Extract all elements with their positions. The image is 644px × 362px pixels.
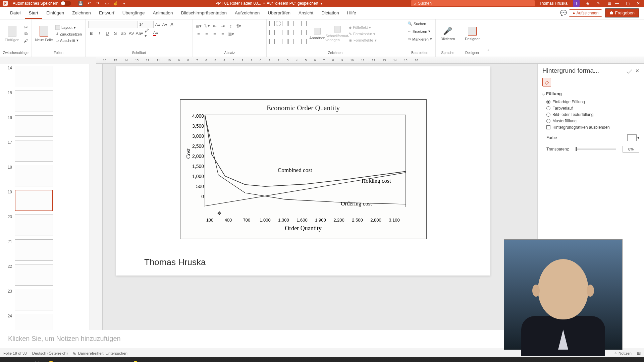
- thumb-15[interactable]: 15: [5, 90, 84, 112]
- shapeeffects-button[interactable]: ◉ Formeffekte ▾: [348, 38, 377, 43]
- collapse-ribbon-icon[interactable]: ˄: [484, 48, 492, 57]
- case-icon[interactable]: Aa▾: [137, 30, 143, 36]
- tab-animation[interactable]: Animation: [149, 7, 177, 19]
- reset-button[interactable]: ↺Zurücksetzen: [55, 31, 83, 37]
- task-app-4[interactable]: ◧: [185, 358, 199, 362]
- section-button[interactable]: ▭Abschnitt ▾: [55, 38, 83, 43]
- thumb-23[interactable]: 23: [5, 289, 84, 310]
- cut-icon[interactable]: ✂: [23, 24, 29, 30]
- linespace-icon[interactable]: ↕: [228, 23, 234, 29]
- tab-überprüfen[interactable]: Überprüfen: [264, 7, 294, 19]
- search-input[interactable]: [418, 1, 532, 6]
- task-telegram[interactable]: ✈: [171, 358, 184, 362]
- task-firefox[interactable]: 🦊: [30, 358, 44, 362]
- record-button[interactable]: ●Aufzeichnen: [569, 9, 602, 17]
- task-chrome[interactable]: 🟡: [44, 358, 58, 362]
- task-app-2[interactable]: ▦: [115, 358, 128, 362]
- language-status[interactable]: Deutsch (Österreich): [32, 351, 68, 355]
- strike-icon[interactable]: S: [112, 30, 118, 36]
- shrink-font-icon[interactable]: A▾: [162, 21, 168, 27]
- tab-einfügen[interactable]: Einfügen: [42, 7, 68, 19]
- replace-button[interactable]: ↔ Ersetzen ▾: [407, 28, 433, 34]
- task-obs[interactable]: ◎: [199, 358, 213, 362]
- opt-hide-bg[interactable]: Hintergrundgrafiken ausblenden: [546, 125, 639, 130]
- dictate-button[interactable]: 🎤Diktieren: [438, 21, 457, 47]
- undo-icon[interactable]: ↶: [87, 1, 92, 6]
- align-left-icon[interactable]: ≡: [196, 31, 202, 37]
- bullets-icon[interactable]: ≣▾: [196, 23, 202, 29]
- tab-hilfe[interactable]: Hilfe: [343, 7, 360, 19]
- task-explorer[interactable]: 📁: [16, 358, 30, 362]
- task-powerpoint[interactable]: P: [72, 358, 86, 362]
- opt-pattern-fill[interactable]: Musterfüllung: [546, 119, 639, 123]
- notes-toggle[interactable]: ≐ Notizen: [614, 351, 632, 356]
- pane-collapse-icon[interactable]: [627, 68, 632, 73]
- transparency-value[interactable]: 0%: [623, 146, 639, 153]
- tab-start[interactable]: Start: [25, 7, 43, 19]
- select-button[interactable]: ▭ Markieren ▾: [407, 36, 433, 42]
- opt-picture-fill[interactable]: Bild- oder Texturfüllung: [546, 112, 639, 117]
- thumb-20[interactable]: 20: [5, 215, 84, 236]
- start-button[interactable]: ⊞: [2, 358, 15, 362]
- spacing-icon[interactable]: AV: [128, 30, 135, 36]
- user-name[interactable]: Thomas Hruska: [539, 1, 568, 6]
- bold-icon[interactable]: B: [88, 30, 94, 36]
- slide-thumbnails[interactable]: 1415161718192021222324: [0, 64, 90, 330]
- doc-title[interactable]: PPT 01 Roter Faden 00...: [215, 1, 261, 6]
- tab-ansicht[interactable]: Ansicht: [294, 7, 317, 19]
- redo-icon[interactable]: ↷: [95, 1, 101, 6]
- fill-tab-icon[interactable]: ◇: [542, 78, 551, 86]
- tab-dictation[interactable]: Dictation: [317, 7, 343, 19]
- slideshow-icon[interactable]: ▭: [104, 1, 109, 6]
- designer-button[interactable]: Designer: [463, 21, 482, 47]
- slide-canvas[interactable]: Economic Order Quantity Cost 4,0003,5003…: [116, 66, 490, 276]
- view-normal-icon[interactable]: ▦: [637, 351, 641, 356]
- opt-gradient-fill[interactable]: Farbverlauf: [546, 106, 639, 111]
- fill-section[interactable]: Füllung: [542, 91, 639, 96]
- task-outlook[interactable]: 📧: [58, 358, 72, 362]
- thumb-21[interactable]: 21: [5, 239, 84, 261]
- columns-icon[interactable]: ▥▾: [228, 31, 234, 37]
- share-button[interactable]: ☗Freigeben: [605, 8, 639, 17]
- autosave-toggle[interactable]: [60, 1, 71, 6]
- task-app-6[interactable]: ☰: [227, 358, 241, 362]
- tab-übergänge[interactable]: Übergänge: [118, 7, 149, 19]
- task-onenote[interactable]: N: [143, 358, 156, 362]
- thumb-16[interactable]: 16: [5, 115, 84, 137]
- task-vlc[interactable]: ▲: [101, 358, 114, 362]
- touch-icon[interactable]: ☝: [113, 1, 118, 6]
- task-app-1[interactable]: ☁: [87, 358, 100, 362]
- thumb-19[interactable]: 19: [5, 190, 84, 211]
- overflow-icon[interactable]: ▾: [121, 1, 127, 6]
- task-app-5[interactable]: ●: [213, 358, 227, 362]
- save-icon[interactable]: 💾: [78, 1, 83, 6]
- thumbnails-scrollbar[interactable]: [90, 64, 96, 330]
- pen-icon[interactable]: ✎: [596, 1, 601, 6]
- thumb-14[interactable]: 14: [5, 66, 84, 87]
- tab-entwurf[interactable]: Entwurf: [95, 7, 118, 19]
- highlight-icon[interactable]: 🖍▾: [145, 30, 151, 36]
- shapeoutline-button[interactable]: ✎ Formkontur ▾: [348, 31, 377, 37]
- align-right-icon[interactable]: ≡: [212, 31, 218, 37]
- italic-icon[interactable]: I: [96, 30, 102, 36]
- tab-zeichnen[interactable]: Zeichnen: [68, 7, 95, 19]
- close-button[interactable]: ✕: [637, 1, 641, 6]
- task-excel[interactable]: X: [256, 358, 269, 362]
- font-name-input[interactable]: [88, 21, 138, 28]
- clear-format-icon[interactable]: A̸: [169, 21, 175, 27]
- format-painter-icon[interactable]: 🖌: [23, 38, 29, 44]
- maximize-button[interactable]: ▢: [626, 1, 631, 6]
- thumb-18[interactable]: 18: [5, 165, 84, 186]
- arrange-button[interactable]: Anordnen: [308, 21, 327, 47]
- search-box[interactable]: ⌕: [411, 0, 535, 6]
- task-app-7[interactable]: ☐: [270, 358, 283, 362]
- underline-icon[interactable]: U: [104, 30, 110, 36]
- task-app-3[interactable]: 💡: [129, 358, 142, 362]
- paste-button[interactable]: Einfügen: [3, 21, 21, 47]
- color-picker[interactable]: [627, 134, 637, 141]
- comments-icon[interactable]: 💬: [561, 10, 566, 16]
- quickstyles-button[interactable]: Schnellformat-vorlagen: [328, 21, 347, 47]
- chart-image[interactable]: Economic Order Quantity Cost 4,0003,5003…: [180, 99, 427, 239]
- thumb-24[interactable]: 24: [5, 314, 84, 330]
- minimize-button[interactable]: —: [615, 1, 620, 6]
